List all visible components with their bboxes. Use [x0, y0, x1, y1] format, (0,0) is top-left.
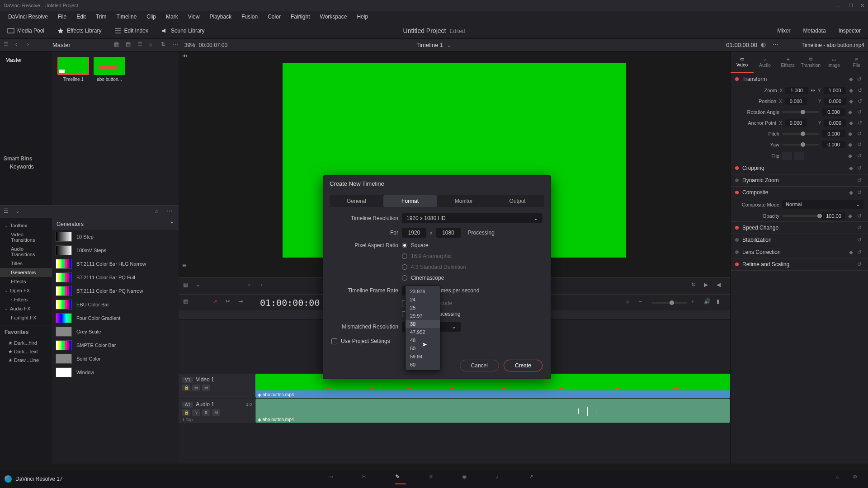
- track-thumb-icon[interactable]: ▭: [202, 385, 210, 391]
- rotation-input[interactable]: 0.000: [822, 108, 845, 116]
- home-icon[interactable]: ⌂: [835, 474, 846, 484]
- minimize-icon[interactable]: —: [836, 3, 841, 9]
- menu-clip[interactable]: Clip: [142, 12, 160, 22]
- fx-fairlightfx[interactable]: Fairlight FX: [0, 313, 52, 322]
- fps-option[interactable]: 25: [406, 304, 440, 312]
- fps-option[interactable]: 29.97: [406, 312, 440, 320]
- bin-master[interactable]: Master: [4, 55, 48, 65]
- inspector-tab-audio[interactable]: ♪Audio: [754, 52, 777, 73]
- dialog-tab-general[interactable]: General: [330, 195, 383, 207]
- reset-icon[interactable]: ↺: [857, 213, 863, 219]
- cropping-header[interactable]: Cropping◆↺: [731, 162, 868, 174]
- keyframe-icon[interactable]: ◆: [848, 153, 854, 159]
- media-pool-button[interactable]: Media Pool: [4, 25, 48, 36]
- menu-fusion[interactable]: Fusion: [237, 12, 262, 22]
- generator-item[interactable]: Grey Scale: [52, 325, 179, 338]
- menu-help[interactable]: Help: [352, 12, 373, 22]
- par-cinemascope-radio[interactable]: [402, 275, 407, 281]
- chevron-right-icon[interactable]: ›: [27, 41, 35, 49]
- stabilization-header[interactable]: Stabilization↺: [731, 234, 868, 246]
- audio-clip[interactable]: ◈ abo button.mp4: [255, 399, 730, 423]
- fav-2[interactable]: ★ Dark...Text: [0, 347, 52, 356]
- flip-h-button[interactable]: [782, 152, 792, 160]
- create-button[interactable]: Create: [504, 360, 542, 371]
- tl-options-icon[interactable]: ▦: [183, 298, 192, 307]
- composite-mode-select[interactable]: Normal⌄: [782, 200, 863, 209]
- fav-1[interactable]: ★ Dark...hird: [0, 339, 52, 347]
- menu-file[interactable]: File: [53, 12, 71, 22]
- track-curve-icon[interactable]: ∿: [192, 409, 200, 416]
- thumb-view-icon[interactable]: ▦: [114, 41, 122, 49]
- par-anamorphic-radio[interactable]: [402, 253, 407, 259]
- par-sd-radio[interactable]: [402, 264, 407, 270]
- inspector-tab-image[interactable]: ▭Image: [822, 52, 845, 73]
- maximize-icon[interactable]: ☐: [849, 3, 853, 9]
- clip-thumb-abo-button[interactable]: abo button...: [94, 57, 125, 82]
- keyframe-icon[interactable]: ◆: [848, 109, 854, 115]
- fps-option[interactable]: 24: [406, 296, 440, 304]
- prev-edit-icon[interactable]: ‹: [248, 282, 257, 291]
- height-input[interactable]: 1080: [436, 228, 461, 238]
- search-icon[interactable]: ⌕: [155, 208, 163, 216]
- menu-edit[interactable]: Edit: [72, 12, 90, 22]
- generator-item[interactable]: SMPTE Color Bar: [52, 338, 179, 352]
- fairlight-page-icon[interactable]: ♪: [495, 474, 506, 484]
- generator-item[interactable]: 100mV Steps: [52, 244, 179, 257]
- generator-item[interactable]: BT.2111 Color Bar PQ Narrow: [52, 284, 179, 298]
- keyframe-icon[interactable]: ◆: [848, 213, 854, 219]
- media-page-icon[interactable]: ▭: [328, 474, 339, 484]
- track-badge-v1[interactable]: V1: [182, 377, 193, 383]
- deliver-page-icon[interactable]: ↗: [529, 474, 540, 484]
- dialog-tab-monitor[interactable]: Monitor: [437, 195, 491, 207]
- opacity-slider[interactable]: [782, 215, 819, 217]
- mixer-button[interactable]: Mixer: [774, 26, 794, 36]
- sort-icon[interactable]: ⇅: [161, 41, 169, 49]
- dynamic-zoom-header[interactable]: Dynamic Zoom↺: [731, 174, 868, 186]
- menu-mark[interactable]: Mark: [161, 12, 183, 22]
- opacity-input[interactable]: 100.00: [822, 212, 845, 220]
- fx-titles[interactable]: Titles: [0, 259, 52, 268]
- transform-header[interactable]: Transform◆↺: [731, 73, 868, 85]
- resolution-select[interactable]: 868 x 488 HD⌄: [402, 213, 542, 223]
- insert-tool-icon[interactable]: ⇥: [238, 298, 247, 307]
- list-icon[interactable]: ☰: [137, 41, 146, 49]
- solo-button[interactable]: S: [202, 409, 210, 416]
- effects-library-button[interactable]: Effects Library: [53, 25, 105, 36]
- fps-option[interactable]: 23.976: [406, 287, 440, 296]
- yaw-slider[interactable]: [782, 144, 819, 145]
- link-icon[interactable]: ⇔: [811, 87, 815, 94]
- track-badge-a1[interactable]: A1: [182, 402, 193, 408]
- fx-toolbox[interactable]: ⌄Toolbox: [0, 221, 52, 230]
- pos-x-input[interactable]: 0.000: [785, 98, 807, 105]
- chevron-left-icon[interactable]: ‹: [15, 41, 24, 49]
- fx-generators[interactable]: Generators: [0, 268, 52, 277]
- search-icon[interactable]: ⌕: [626, 298, 635, 307]
- loop-icon[interactable]: ↻: [691, 282, 700, 291]
- close-icon[interactable]: ✕: [860, 3, 864, 9]
- reset-icon[interactable]: ↺: [857, 109, 863, 115]
- zoom-slider[interactable]: [651, 302, 688, 304]
- volume-icon[interactable]: 🔊: [704, 298, 713, 307]
- settings-icon[interactable]: ⚙: [853, 474, 863, 484]
- generator-item[interactable]: EBU Color Bar: [52, 298, 179, 311]
- timeline-view-icon[interactable]: ▦: [183, 282, 192, 291]
- reset-icon[interactable]: ↺: [857, 153, 863, 159]
- goto-end-icon[interactable]: ⏭: [182, 262, 188, 268]
- zoom-y-input[interactable]: 1.000: [824, 87, 846, 94]
- menu-fairlight[interactable]: Fairlight: [286, 12, 315, 22]
- track-enable-icon[interactable]: ▭: [192, 385, 200, 391]
- lock-icon[interactable]: 🔒: [182, 385, 190, 391]
- dialog-tab-output[interactable]: Output: [491, 195, 544, 207]
- fx-audiofx[interactable]: ⌄Audio FX: [0, 304, 52, 313]
- timeline-name[interactable]: Timeline 1: [416, 42, 443, 48]
- mute-button[interactable]: M: [212, 409, 220, 416]
- keyframe-icon[interactable]: ◆: [848, 131, 854, 137]
- play-fwd-icon[interactable]: ▶: [704, 282, 713, 291]
- flip-v-button[interactable]: [794, 152, 804, 160]
- inspector-tab-effects[interactable]: ✦Effects: [776, 52, 799, 73]
- metadata-button[interactable]: Metadata: [800, 26, 830, 36]
- zoom-x-input[interactable]: 1.000: [785, 87, 808, 94]
- generator-item[interactable]: BT.2111 Color Bar HLG Narrow: [52, 257, 179, 271]
- more-icon[interactable]: ⋯: [173, 41, 181, 49]
- fusion-page-icon[interactable]: ⚛: [429, 474, 439, 484]
